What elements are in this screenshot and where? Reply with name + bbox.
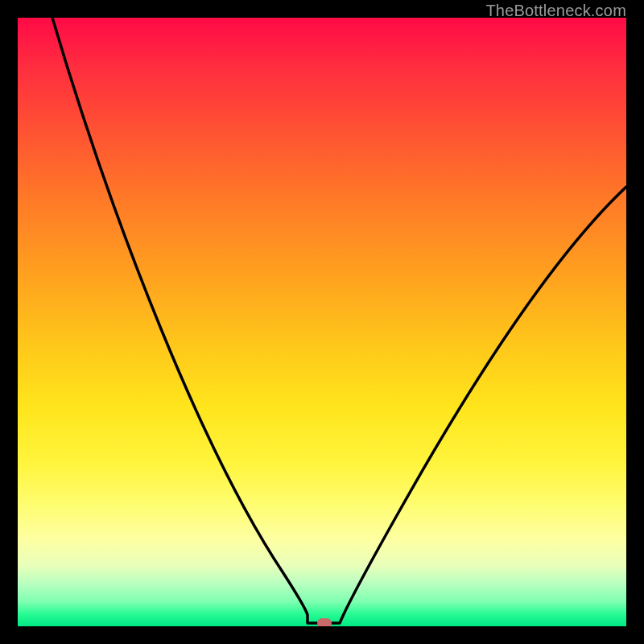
chart-frame: TheBottleneck.com (0, 0, 644, 644)
min-marker (317, 618, 332, 626)
curve-path (52, 18, 626, 623)
plot-area (18, 18, 626, 626)
watermark-text: TheBottleneck.com (485, 2, 626, 20)
bottleneck-curve (18, 18, 626, 626)
